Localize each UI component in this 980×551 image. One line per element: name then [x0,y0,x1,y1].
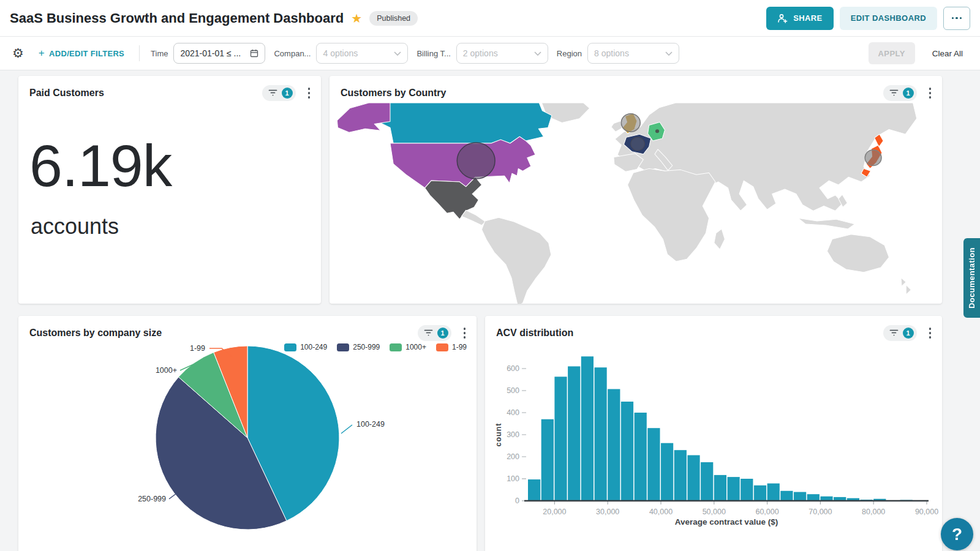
hist-bar[interactable] [754,485,766,500]
widget-filter-chip[interactable]: 1 [883,325,917,341]
widget-menu-kebab-icon[interactable] [927,84,934,102]
plus-icon: + [39,47,45,59]
hist-bar[interactable] [687,455,699,501]
country-australia[interactable] [827,234,889,272]
filter-count-badge: 1 [282,88,293,99]
region-central-america[interactable] [461,210,485,225]
page-title: SaaS Business Growth and Engagement Dash… [10,10,344,26]
chevron-down-icon [665,51,673,56]
hist-bar[interactable] [635,413,647,501]
country-madagascar[interactable] [714,228,725,249]
kpi-value: 6.19k [29,136,321,195]
hist-bar[interactable] [728,477,740,501]
widget-menu-kebab-icon[interactable] [461,324,469,342]
hist-bar[interactable] [581,356,594,501]
country-canada[interactable] [377,103,552,143]
hist-bar[interactable] [541,419,554,500]
hist-bar[interactable] [794,492,806,500]
y-tick-label: 600 [507,364,519,373]
region-iberia[interactable] [614,153,643,171]
country-alaska[interactable] [337,103,390,132]
panel-customers-by-company-size: Customers by company size 1 100-249250-9… [18,316,477,551]
hist-bar[interactable] [767,483,780,500]
region-indonesia[interactable] [798,218,855,229]
company-filter-value: 4 options [323,48,358,58]
header-actions: SHARE EDIT DASHBOARD [766,7,970,30]
share-button[interactable]: SHARE [766,7,834,30]
hist-bar[interactable] [568,366,580,501]
hist-bar[interactable] [807,494,820,501]
ellipsis-icon [952,17,954,20]
filter-label: Time [151,49,168,58]
country-ireland[interactable] [611,121,622,132]
hist-bar[interactable] [701,462,713,501]
filter-count-badge: 1 [903,88,914,99]
bubble-germany[interactable] [655,129,659,133]
filter-settings-gear-icon[interactable]: ⚙ [10,46,26,61]
hist-bar[interactable] [554,377,567,501]
x-axis-title: Average contract value ($) [675,517,778,527]
edit-dashboard-button[interactable]: EDIT DASHBOARD [840,7,937,30]
share-person-icon [777,13,788,23]
time-filter-input[interactable]: 2021-01-01 ≤ ... [173,43,265,64]
hist-bar[interactable] [608,389,620,501]
y-tick-label: 300 [507,430,519,439]
documentation-tab[interactable]: Documentation [963,238,980,318]
add-edit-filters-label: ADD/EDIT FILTERS [49,49,124,58]
dashboard-header: SaaS Business Growth and Engagement Dash… [0,0,980,37]
add-edit-filters-button[interactable]: + ADD/EDIT FILTERS [35,47,128,60]
x-tick-label: 40,000 [649,508,673,516]
hist-bar[interactable] [780,490,793,500]
filter-count-badge: 1 [903,328,914,339]
billing-filter-select[interactable]: 2 options [456,43,548,64]
kpi-unit: accounts [31,214,321,239]
y-axis-title: count [494,422,503,446]
country-mexico[interactable] [425,177,482,219]
filter-label: Compan... [274,49,311,58]
apply-button[interactable]: APPLY [869,42,915,64]
x-tick-label: 20,000 [543,508,566,516]
widget-menu-kebab-icon[interactable] [306,84,313,102]
x-tick-label: 90,000 [915,508,938,516]
time-filter-value: 2021-01-01 ≤ ... [180,48,241,58]
filter-label: Region [557,49,582,58]
region-filter-select[interactable]: 8 options [587,43,679,64]
y-tick-label: 200 [507,452,519,461]
funnel-filter-icon [424,329,433,337]
clear-all-button[interactable]: Clear All [929,48,967,59]
chevron-down-icon [394,51,401,56]
widget-filter-chip[interactable]: 1 [883,85,917,101]
hist-bar[interactable] [661,443,673,500]
bubble-usa[interactable] [457,143,495,179]
help-button[interactable]: ? [941,518,973,550]
widget-filter-chip[interactable]: 1 [418,325,451,341]
widget-menu-kebab-icon[interactable] [927,324,934,342]
widget-filter-chip[interactable]: 1 [262,85,296,101]
hist-bar[interactable] [674,450,687,501]
hist-bar[interactable] [647,428,660,501]
bubble-france[interactable] [631,137,645,151]
continent-africa[interactable] [628,168,715,261]
hist-bar[interactable] [741,479,753,501]
hist-bar[interactable] [528,479,540,501]
pie-slice-label: 1000+ [156,366,177,375]
published-badge: Published [369,11,418,26]
continent-south-america[interactable] [481,217,551,304]
world-map[interactable] [330,103,942,304]
y-tick-label: 0 [515,497,519,505]
hist-bar[interactable] [714,474,726,500]
country-new-zealand[interactable] [901,277,911,294]
panel-acv-distribution: ACV distribution 1 010020030040050060020… [485,316,942,551]
funnel-filter-icon [889,329,899,337]
company-filter-select[interactable]: 4 options [316,43,408,64]
x-tick-label: 80,000 [862,508,885,516]
more-options-button[interactable] [943,7,970,30]
histogram-chart[interactable]: 010020030040050060020,00030,00040,00050,… [485,345,942,551]
bubble-uk[interactable] [621,113,640,132]
hist-bar[interactable] [595,367,607,501]
bubble-japan[interactable] [865,149,881,165]
filter-group-company: Compan... 4 options [274,43,408,64]
hist-bar[interactable] [621,402,633,501]
pie-chart[interactable]: 100-249250-9991000+1-99 [18,340,477,551]
favorite-star-icon[interactable]: ★ [351,11,362,26]
